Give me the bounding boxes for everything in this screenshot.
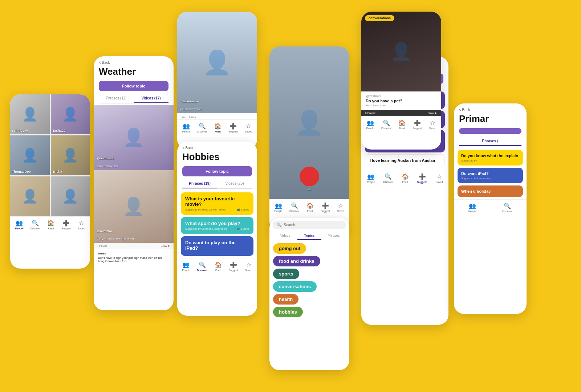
feed-nav-people[interactable]: 👥 People bbox=[182, 123, 190, 133]
sug-nav-suggest[interactable]: ➕ Suggest bbox=[417, 173, 427, 183]
suggest-card-4[interactable]: I love learning Auslan from Auslan bbox=[365, 154, 445, 168]
search-bar[interactable]: 🔍 bbox=[273, 221, 346, 229]
sug-nav-people[interactable]: 👥 People bbox=[367, 173, 375, 183]
hobbies-nav-discover[interactable]: 🔍 Discover bbox=[197, 261, 208, 271]
rec-nav-saved[interactable]: ☆ Saved bbox=[337, 202, 344, 212]
det-nav-suggest[interactable]: ➕ Suggest bbox=[413, 119, 422, 130]
nav-suggest[interactable]: ➕ Suggest bbox=[62, 220, 71, 230]
phrase-card-1[interactable]: What is your favourite movie? Suggested … bbox=[181, 192, 253, 215]
slow-label[interactable]: Slow ► bbox=[161, 244, 171, 248]
feed-nav-feed[interactable]: 🏠 Feed bbox=[214, 123, 222, 133]
hobbies-nav-people[interactable]: 👥 People bbox=[182, 261, 190, 271]
back-button[interactable]: < Back bbox=[99, 61, 168, 65]
sug-nav-feed[interactable]: 🏠 Feed bbox=[402, 173, 409, 183]
tab-phrases[interactable]: Phrases (12) bbox=[99, 94, 134, 103]
prim-nav-people[interactable]: 👥 People bbox=[468, 203, 476, 213]
primary-card-3[interactable]: When d holiday bbox=[458, 185, 523, 197]
grid-cell-3[interactable]: 👤 ThomasDoe bbox=[10, 135, 50, 175]
phrase-text-2: What sport do you play? bbox=[185, 221, 249, 226]
tab-phrases-topics[interactable]: Phrases bbox=[321, 232, 346, 240]
nav-discover[interactable]: 🔍 Discover bbox=[31, 220, 40, 230]
plus-icon-rec: ➕ bbox=[322, 202, 329, 209]
sug-nav-people-label: People bbox=[367, 181, 375, 183]
video-caption-2: Can you please take off your mask? bbox=[97, 237, 137, 240]
primary-card-2[interactable]: Do want iPad? Suggested by Langenberg bbox=[458, 168, 523, 183]
nav-feed-label: Feed bbox=[48, 227, 54, 230]
hobbies-back[interactable]: < Back bbox=[182, 146, 252, 150]
tab-primary-phrases[interactable]: Phrases ( bbox=[459, 137, 521, 146]
feed-video[interactable]: 👤 @laurdrasco you are funny more bbox=[177, 12, 257, 113]
detail-photo: 👤 conversations bbox=[361, 12, 441, 91]
det-nav-saved[interactable]: ☆ Saved bbox=[429, 119, 436, 130]
avatar-5: 👤 bbox=[10, 176, 50, 216]
det-nav-people[interactable]: 👥 People bbox=[366, 119, 374, 130]
hobbies-nav-saved[interactable]: ☆ Saved bbox=[245, 261, 252, 271]
topic-food-drinks[interactable]: food and drinks bbox=[273, 256, 320, 266]
grid-cell-2[interactable]: 👤 Tasha29 bbox=[51, 94, 90, 134]
primary-back[interactable]: < Back bbox=[459, 108, 521, 112]
grid-cell-4[interactable]: 👤 Trisha bbox=[51, 135, 90, 175]
sug-nav-discover[interactable]: 🔍 Discover bbox=[383, 173, 393, 183]
detail-slow-label[interactable]: Slow ► bbox=[428, 111, 438, 115]
tab-hobbies-videos[interactable]: Videos (20) bbox=[217, 179, 252, 188]
topic-conversations[interactable]: conversations bbox=[273, 281, 317, 292]
search-input[interactable] bbox=[284, 223, 342, 227]
detail-caption: @Tasha29 Do you have a pet? You · have ·… bbox=[361, 91, 441, 110]
plus-icon-sug: ➕ bbox=[419, 173, 426, 180]
phrase-card-2[interactable]: What sport do you play? Suggested by Chr… bbox=[181, 217, 253, 234]
primary-nav: 👥 People 🔍 Discover bbox=[454, 199, 527, 215]
tab-videos-topics[interactable]: Videos bbox=[273, 232, 297, 240]
det-nav-feed-label: Feed bbox=[399, 127, 405, 130]
hobbies-follow-btn[interactable]: Follow topic bbox=[182, 166, 252, 176]
prim-nav-discover[interactable]: 🔍 Discover bbox=[502, 203, 512, 213]
feed-nav-discover[interactable]: 🔍 Discover bbox=[197, 123, 207, 133]
primary-follow-btn[interactable] bbox=[459, 128, 521, 134]
suggest-nav: 👥 People 🔍 Discover 🏠 Feed ➕ Suggest ☆ S… bbox=[361, 170, 448, 185]
rec-nav-feed[interactable]: 🏠 Feed bbox=[306, 202, 314, 212]
discover-icon: 🔍 bbox=[32, 220, 39, 226]
sug-nav-saved[interactable]: ☆ Saved bbox=[436, 173, 443, 183]
det-nav-discover[interactable]: 🔍 Discover bbox=[381, 119, 391, 130]
hobbies-nav-feed[interactable]: 🏠 Feed bbox=[215, 261, 222, 271]
nav-people[interactable]: 👥 People bbox=[15, 220, 24, 230]
primary-title: Primar bbox=[459, 113, 521, 124]
tab-topics[interactable]: Topics bbox=[297, 232, 322, 240]
grid-cell-1[interactable]: 👤 sshirleyyy bbox=[10, 94, 50, 134]
topic-going-out[interactable]: going out bbox=[273, 243, 306, 254]
feed-nav-suggest[interactable]: ➕ Suggest bbox=[228, 123, 238, 133]
video-thumb-2[interactable]: 👤 @laurenfox Can you please take off you… bbox=[94, 170, 174, 243]
topic-hobbies[interactable]: hobbies bbox=[273, 307, 303, 317]
grid-cell-6[interactable]: 👤 bbox=[51, 176, 90, 216]
phone-topics: 🔍 Videos Topics Phrases going out food a… bbox=[269, 218, 349, 370]
primary-card-2-text: Do want iPad? bbox=[461, 171, 519, 176]
record-icon-sm: 📷 bbox=[308, 188, 311, 192]
phrase-videos-2: 📹 1 video bbox=[237, 228, 249, 230]
avatar-1: 👤 bbox=[10, 94, 50, 134]
rec-nav-discover[interactable]: 🔍 Discover bbox=[289, 202, 299, 212]
nav-saved[interactable]: ☆ Saved bbox=[78, 220, 85, 230]
primary-card-1[interactable]: Do you know what the explain Suggested b… bbox=[458, 150, 523, 166]
hobbies-nav-suggest[interactable]: ➕ Suggest bbox=[229, 261, 238, 271]
det-nav-feed[interactable]: 🏠 Feed bbox=[398, 119, 406, 130]
topic-sports[interactable]: sports bbox=[273, 269, 299, 279]
video-thumb-1[interactable]: 👤 @laurdrasco you are funny more bbox=[94, 105, 174, 170]
detail-username: @Tasha29 bbox=[366, 94, 437, 98]
tab-hobbies-phrases[interactable]: Phrases (19) bbox=[182, 179, 217, 188]
phrase-card-3[interactable]: Do want to play on the iPad? bbox=[181, 236, 253, 256]
detail-pause-label[interactable]: II Pause bbox=[365, 111, 375, 115]
pause-label[interactable]: II Pause bbox=[97, 244, 107, 248]
nav-feed[interactable]: 🏠 Feed bbox=[47, 220, 54, 230]
rec-nav-suggest-label: Suggest bbox=[321, 210, 330, 212]
record-button[interactable] bbox=[300, 167, 319, 186]
follow-topic-button[interactable]: Follow topic bbox=[99, 81, 168, 91]
rec-nav-suggest[interactable]: ➕ Suggest bbox=[321, 202, 330, 212]
feed-nav-saved[interactable]: ☆ Saved bbox=[245, 123, 252, 133]
grid-cell-5[interactable]: 👤 bbox=[10, 176, 50, 216]
tab-videos[interactable]: Videos (17) bbox=[134, 94, 168, 103]
phrase-videos-1: 📹 1 video bbox=[237, 208, 249, 211]
people-grid: 👤 sshirleyyy 👤 Tasha29 👤 ThomasDoe 👤 Tri… bbox=[10, 94, 90, 216]
hobbies-nav-suggest-label: Suggest bbox=[229, 269, 238, 271]
discover-icon-rec: 🔍 bbox=[291, 202, 298, 209]
topic-health[interactable]: health bbox=[273, 294, 298, 305]
rec-nav-people[interactable]: 👥 People bbox=[275, 202, 283, 212]
